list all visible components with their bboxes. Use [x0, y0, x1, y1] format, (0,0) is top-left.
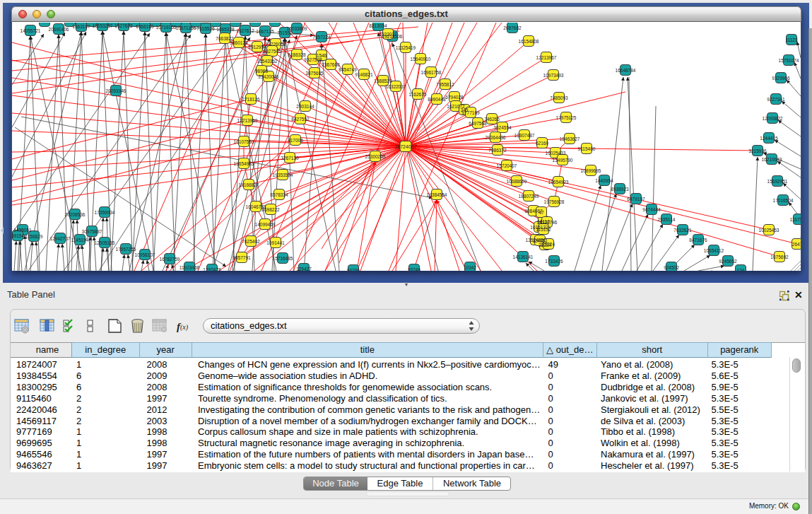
- svg-text:9245652: 9245652: [719, 259, 737, 264]
- svg-text:13226058: 13226058: [266, 42, 286, 47]
- svg-text:6466160: 6466160: [136, 24, 154, 29]
- svg-text:10688609: 10688609: [507, 179, 527, 184]
- svg-text:129427: 129427: [296, 267, 312, 271]
- svg-text:8454749: 8454749: [339, 67, 357, 72]
- svg-text:8186328: 8186328: [288, 52, 306, 57]
- svg-text:10025453: 10025453: [759, 228, 779, 233]
- svg-text:7515526: 7515526: [196, 26, 215, 31]
- svg-text:6479197: 6479197: [627, 197, 645, 201]
- svg-text:1733426: 1733426: [545, 259, 563, 264]
- svg-text:11325419: 11325419: [396, 45, 416, 50]
- svg-text:11123: 11123: [785, 37, 797, 42]
- svg-text:12213969: 12213969: [237, 118, 258, 123]
- svg-text:9474444: 9474444: [642, 207, 661, 212]
- svg-text:16154808: 16154808: [519, 39, 539, 44]
- svg-text:9860124: 9860124: [230, 40, 248, 45]
- svg-text:10671355: 10671355: [176, 25, 196, 30]
- svg-text:1244415: 1244415: [760, 136, 778, 141]
- svg-text:93746: 93746: [408, 267, 420, 271]
- svg-text:3624554: 3624554: [493, 125, 512, 130]
- svg-text:7485093: 7485093: [550, 95, 568, 100]
- svg-text:1162615: 1162615: [409, 92, 427, 97]
- svg-text:10899695: 10899695: [581, 168, 601, 173]
- svg-text:5322037: 5322037: [379, 32, 397, 37]
- svg-text:9777169: 9777169: [461, 110, 480, 115]
- svg-text:10807487: 10807487: [514, 133, 535, 138]
- svg-text:1663197: 1663197: [72, 24, 90, 29]
- svg-text:1156829: 1156829: [25, 234, 43, 239]
- svg-text:98968: 98968: [255, 69, 268, 74]
- svg-text:11923468: 11923468: [180, 265, 200, 270]
- svg-text:9327505: 9327505: [263, 49, 281, 54]
- svg-text:20364436: 20364436: [486, 135, 506, 140]
- svg-text:14099469: 14099469: [255, 222, 276, 227]
- svg-text:417006: 417006: [288, 138, 303, 143]
- svg-text:6794028: 6794028: [445, 95, 464, 100]
- svg-text:1588520: 1588520: [374, 78, 392, 83]
- svg-text:751552: 751552: [277, 30, 293, 35]
- svg-text:16210643: 16210643: [762, 157, 782, 162]
- svg-text:12213967: 12213967: [536, 55, 557, 60]
- svg-text:16322037: 16322037: [386, 84, 406, 89]
- svg-text:1067135: 1067135: [256, 29, 274, 34]
- svg-text:15640910: 15640910: [411, 57, 431, 62]
- svg-text:12505135: 12505135: [95, 240, 115, 245]
- svg-text:8578334: 8578334: [270, 192, 288, 197]
- svg-text:10342: 10342: [464, 265, 476, 270]
- svg-text:39154: 39154: [12, 233, 24, 238]
- svg-text:1435061: 1435061: [13, 228, 32, 233]
- svg-text:2718126: 2718126: [242, 97, 260, 102]
- svg-text:124: 124: [737, 268, 745, 271]
- svg-text:16107553: 16107553: [234, 139, 254, 144]
- svg-text:19756928: 19756928: [544, 199, 565, 204]
- svg-text:17957255: 17957255: [116, 247, 136, 252]
- svg-text:1691441: 1691441: [266, 240, 285, 245]
- svg-text:9115460: 9115460: [578, 146, 596, 151]
- svg-text:8813054: 8813054: [369, 23, 387, 28]
- svg-text:6497568: 6497568: [469, 121, 487, 126]
- svg-text:9329966: 9329966: [772, 76, 790, 81]
- svg-text:2367608: 2367608: [322, 62, 340, 67]
- svg-text:1546: 1546: [317, 53, 327, 58]
- svg-text:14055721: 14055721: [20, 28, 41, 33]
- svg-text:8471676: 8471676: [689, 238, 707, 243]
- svg-text:1167534: 1167534: [790, 217, 801, 222]
- svg-text:16961758: 16961758: [421, 70, 442, 75]
- svg-text:2935114: 2935114: [658, 217, 676, 222]
- svg-text:10654112: 10654112: [704, 248, 724, 253]
- svg-text:3267130: 3267130: [281, 156, 299, 160]
- svg-text:1527602: 1527602: [114, 23, 133, 28]
- svg-text:62160: 62160: [536, 141, 548, 146]
- svg-text:10653287: 10653287: [93, 23, 113, 28]
- svg-text:18807249: 18807249: [519, 194, 539, 199]
- svg-text:9327508: 9327508: [304, 57, 322, 62]
- svg-text:30975887: 30975887: [82, 229, 102, 234]
- svg-text:25300205: 25300205: [365, 154, 386, 159]
- svg-text:115132: 115132: [536, 227, 551, 232]
- svg-text:8938923: 8938923: [611, 187, 629, 192]
- svg-text:8990448: 8990448: [428, 97, 446, 102]
- svg-text:9146821: 9146821: [355, 72, 373, 77]
- svg-text:7625402: 7625402: [242, 239, 260, 244]
- svg-text:14120746: 14120746: [537, 220, 558, 225]
- svg-text:(x): (x): [180, 323, 189, 332]
- svg-text:16782759: 16782759: [160, 257, 180, 262]
- svg-text:16648784: 16648784: [616, 68, 636, 73]
- svg-text:19654923: 19654923: [548, 180, 569, 185]
- svg-text:924502: 924502: [664, 265, 679, 270]
- svg-text:1292478: 1292478: [203, 267, 221, 271]
- svg-text:47: 47: [539, 210, 544, 215]
- svg-text:23420046: 23420046: [259, 74, 279, 79]
- svg-text:20206536: 20206536: [65, 212, 86, 217]
- svg-text:1440954: 1440954: [595, 178, 613, 183]
- svg-text:25224: 25224: [542, 242, 555, 247]
- svg-text:7955812: 7955812: [436, 82, 454, 87]
- svg-text:15720407: 15720407: [497, 163, 517, 168]
- svg-text:19654983: 19654983: [234, 161, 254, 166]
- svg-text:10973493: 10973493: [543, 73, 564, 78]
- svg-text:1675692: 1675692: [770, 255, 789, 259]
- svg-text:16543362: 16543362: [257, 59, 278, 64]
- svg-text:12942737: 12942737: [50, 236, 71, 241]
- svg-text:8427552: 8427552: [291, 117, 310, 122]
- svg-text:12093822: 12093822: [763, 116, 783, 121]
